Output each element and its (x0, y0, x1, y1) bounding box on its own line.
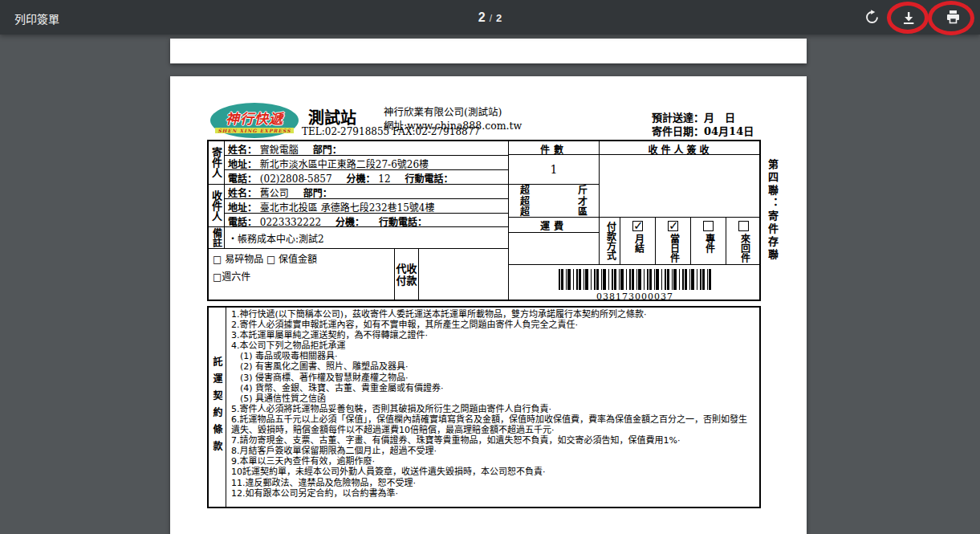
blank-cell (419, 249, 509, 301)
barcode-cell: 038173000037 (509, 265, 761, 301)
sender-addr: 新北市淡水區中正東路二段27-6號26樓 (260, 159, 429, 170)
page-2: 神行快遞 SHEN XING EXPRESS 測試站 TEL:02-279188… (170, 76, 807, 534)
rotate-icon (864, 10, 880, 25)
sender-tel-row: 電話： (02)2808-5857 分機： 12 行動電話： (225, 170, 509, 185)
company-logo: 神行快遞 SHEN XING EXPRESS (210, 103, 299, 138)
payment-option-sameday: ✓ 當日件 (656, 218, 691, 265)
signature-area (600, 155, 761, 218)
logo-subtitle: SHEN XING EXPRESS (215, 128, 293, 133)
payment-option-roundtrip: 來回件 (726, 218, 761, 265)
payment-option-label: 當日件 (668, 234, 679, 263)
over-unit-jin: 斤 (578, 185, 588, 197)
sender-name-label: 姓名： (228, 145, 257, 156)
payment-option-special: 專件 (691, 218, 726, 265)
option-saturday: □週六件 (213, 269, 394, 283)
waybill-document: 神行快遞 SHEN XING EXPRESS 測試站 TEL:02-279188… (170, 76, 807, 534)
recipient-name: 舊公司 (260, 188, 289, 199)
total-pages: 2 (496, 12, 502, 24)
payment-option-monthly: ✓ 月結 (620, 218, 656, 265)
printer-icon (945, 10, 961, 25)
sender-mobile-label: 行動電話： (405, 173, 453, 185)
waybill-table: 寄件人 姓名： 實銳電腦 部門： 地址： 新北市淡水區中正東路二段27-6號26… (207, 140, 761, 301)
remark-value: ‧帳務成本中心:測試2 (225, 227, 509, 249)
sender-dept-label: 部門： (313, 145, 342, 156)
over-label: 超 (520, 185, 530, 197)
terms-section-label: 託運契約條款 (209, 308, 226, 507)
recipient-mobile-label: 行動電話： (379, 217, 427, 227)
checkbox-monthly: ✓ (632, 221, 643, 231)
website: 網址:www.china888.com.tw (384, 117, 522, 132)
checkbox-special (703, 221, 714, 231)
recipient-tel: 0223332222 (260, 217, 321, 227)
recipient-addr-row: 地址： 臺北市北投區 承德路七段232巷15號4樓 (225, 199, 509, 214)
eta-label: 預計送達： (652, 112, 704, 124)
sender-section-label-text: 寄件人 (211, 147, 222, 178)
sender-name: 實銳電腦 (260, 145, 299, 156)
option-fragile-insured: □ 易碎物品 □ 保值金額 (213, 251, 394, 265)
download-icon (901, 10, 916, 25)
remark-text: ‧帳務成本中心:測試2 (228, 234, 324, 245)
pieces-value: 1 (509, 155, 600, 185)
sender-ext-label: 分機： (346, 173, 375, 185)
toolbar: 列印簽單 2/2 (0, 0, 980, 35)
eta-value: 月 日 (704, 112, 735, 124)
terms-section-label-text: 託運契約條款 (210, 357, 224, 458)
sign-header: 收件人簽收 (600, 141, 761, 155)
recipient-section-label: 收件人 (209, 185, 225, 227)
recipient-section-label-text: 收件人 (211, 190, 222, 222)
payment-option-label: 月結 (632, 234, 644, 253)
barcode-number: 038173000037 (509, 291, 761, 301)
sender-section-label: 寄件人 (209, 141, 225, 185)
recipient-addr-label: 地址： (228, 202, 257, 214)
page-1-remnant (170, 39, 807, 63)
remark-label-text: 備註 (212, 228, 222, 247)
recipient-name-row: 姓名： 舊公司 部門： (225, 185, 509, 199)
sender-name-row: 姓名： 實銳電腦 部門： (225, 141, 509, 156)
recipient-addr: 臺北市北投區 承德路七段232巷15號4樓 (260, 202, 435, 214)
ship-date-label: 寄件日期： (652, 125, 704, 137)
recipient-ext-label: 分機： (335, 217, 364, 227)
over-label: 超 (520, 207, 530, 218)
rotate-button[interactable] (856, 0, 888, 35)
sender-ext: 12 (378, 173, 390, 185)
page-separator: / (490, 13, 492, 24)
recipient-name-label: 姓名： (228, 188, 257, 199)
options-cell: □ 易碎物品 □ 保值金額 □週六件 (209, 249, 395, 301)
copy-label: 第四聯：寄件存聯 (765, 159, 780, 262)
sender-tel: (02)2808-5857 (260, 173, 332, 185)
sender-addr-row: 地址： 新北市淡水區中正東路二段27-6號26樓 (225, 156, 509, 170)
print-button[interactable] (937, 0, 969, 35)
station-name: 測試站 (308, 105, 356, 128)
ship-date-line: 寄件日期：04月14日 (652, 123, 754, 138)
cod-label: 代收付款 (396, 263, 418, 287)
payment-method-label: 付款方式 (600, 218, 620, 265)
over-unit-cai: 才 (578, 197, 588, 208)
logo-name: 神行快遞 (226, 108, 283, 128)
payment-option-label: 專件 (703, 234, 714, 253)
remark-label: 備註 (209, 227, 225, 249)
over-label: 超 (520, 197, 530, 208)
freight-value-cell (509, 233, 600, 265)
freight-header: 運費 (509, 218, 600, 233)
terms-text: 1.神行快遞(以下簡稱本公司)，茲收寄件人委託運送本託運單所載物品，雙方均承諾履… (226, 308, 761, 507)
checkbox-roundtrip (738, 221, 749, 231)
over-unit-qu: 區 (578, 207, 588, 218)
current-page: 2 (478, 10, 486, 24)
overweight-cell: 超斤 超才 超區 (509, 185, 600, 218)
payment-method-label-text: 付款方式 (604, 222, 616, 260)
ship-date-value: 04月14日 (704, 125, 754, 137)
recipient-tel-row: 電話： 0223332222 分機： 行動電話： (225, 214, 509, 227)
pieces-header: 件數 (509, 141, 600, 155)
barcode (559, 269, 711, 290)
page-indicator: 2/2 (0, 0, 980, 35)
recipient-dept-label: 部門： (303, 188, 332, 199)
recipient-tel-label: 電話： (228, 217, 257, 227)
checkbox-sameday: ✓ (668, 221, 678, 231)
terms-table: 託運契約條款 1.神行快遞(以下簡稱本公司)，茲收寄件人委託運送本託運單所載物品… (207, 306, 761, 508)
payment-option-label: 來回件 (738, 234, 750, 263)
sender-tel-label: 電話： (228, 173, 257, 185)
sender-addr-label: 地址： (228, 159, 257, 170)
download-button[interactable] (893, 0, 925, 35)
cod-cell: 代收付款 (395, 249, 419, 301)
